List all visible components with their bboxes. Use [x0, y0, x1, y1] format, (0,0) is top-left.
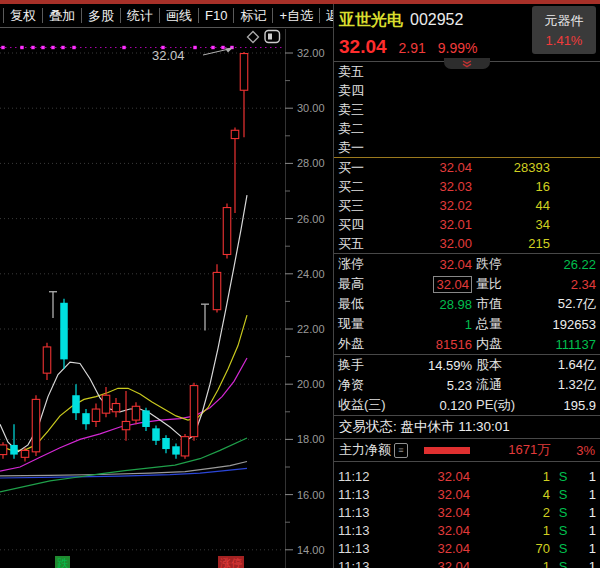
ask-row[interactable]: 卖二	[334, 119, 600, 138]
svg-text:32.00: 32.00	[297, 47, 325, 59]
tick-volume: 1	[470, 523, 550, 538]
book-label: 卖一	[338, 139, 394, 157]
toolbar-item-4[interactable]: 统计	[121, 8, 160, 23]
tick-time: 11:13	[338, 559, 384, 568]
kline-chart[interactable]: 32.0030.0028.0026.0024.0022.0020.0018.00…	[0, 29, 333, 568]
panel-toggle-icon[interactable]	[264, 29, 281, 48]
detail-label: 最低	[338, 295, 396, 313]
detail-label: 净资	[338, 376, 396, 394]
svg-text:22.00: 22.00	[297, 323, 325, 335]
detail-label: 总量	[472, 315, 534, 333]
toolbar-item-3[interactable]: 多股	[82, 8, 121, 23]
sector-badge[interactable]: 元器件 1.41%	[532, 6, 596, 54]
kline-svg: 32.0030.0028.0026.0024.0022.0020.0018.00…	[0, 29, 333, 568]
bid-row[interactable]: 买一32.0428393	[334, 158, 600, 177]
book-label: 卖二	[338, 120, 394, 138]
detail-label: 换手	[338, 356, 396, 374]
main-flow-bar	[424, 447, 470, 454]
bid-row[interactable]: 买四32.0134	[334, 215, 600, 234]
candles	[0, 52, 248, 462]
detail-label: 股本	[472, 356, 534, 374]
bid-list: 买一32.0428393买二32.0316买三32.0244买四32.0134买…	[334, 158, 600, 253]
book-price: 32.03	[394, 179, 472, 194]
book-price: 32.02	[394, 198, 472, 213]
ma-gray	[0, 462, 247, 476]
tick-price: 32.04	[384, 469, 470, 484]
tick-list[interactable]: 11:1232.041S111:1332.044S111:1332.042S11…	[334, 462, 600, 568]
chart-badge: 涨停	[218, 556, 244, 568]
tick-price: 32.04	[384, 487, 470, 502]
tick-time: 11:13	[338, 523, 384, 538]
tick-time: 11:13	[338, 505, 384, 520]
svg-text:26.00: 26.00	[297, 213, 325, 225]
tick-volume: 1	[470, 559, 550, 568]
tick-price: 32.04	[384, 505, 470, 520]
book-volume: 44	[472, 198, 550, 213]
tick-row: 11:1332.041S1	[334, 521, 600, 539]
book-label: 卖五	[338, 63, 394, 81]
app-window: 复权叠加多股统计画线F10标记+自选返回 32.0030.0028.0026.0…	[0, 0, 600, 568]
ask-row[interactable]: 卖三	[334, 100, 600, 119]
detail-value: 1.64亿	[534, 356, 596, 374]
stock-code: 002952	[410, 11, 463, 28]
toolbar-item-2[interactable]: 叠加	[43, 8, 82, 23]
diamond-marker-icon[interactable]	[246, 30, 260, 48]
svg-text:16.00: 16.00	[297, 489, 325, 501]
toolbar-item-5[interactable]: 画线	[160, 8, 199, 23]
main-flow-pct: 3%	[576, 443, 595, 458]
price-change-pct: 9.99%	[438, 40, 478, 56]
tick-volume: 2	[470, 505, 550, 520]
tick-count: 1	[576, 487, 596, 502]
svg-text:24.00: 24.00	[297, 268, 325, 280]
detail-label: 现量	[338, 315, 396, 333]
book-label: 买一	[338, 159, 394, 177]
main-flow-value: 1671万	[508, 441, 550, 459]
tick-direction: S	[550, 469, 576, 484]
toolbar-item-1[interactable]: 复权	[3, 8, 43, 23]
main-flow-row[interactable]: 主力净额 ≡ 1671万 3%	[334, 439, 600, 462]
detail-row: 最高32.04量比2.34	[334, 274, 600, 294]
toolbar-item-6[interactable]: F10	[199, 8, 234, 23]
tick-time: 11:12	[338, 469, 384, 484]
tick-count: 1	[576, 559, 596, 568]
bid-row[interactable]: 买二32.0316	[334, 177, 600, 196]
stock-name: 亚世光电	[339, 11, 403, 28]
svg-text:20.00: 20.00	[297, 378, 325, 390]
limit-up-line	[0, 46, 284, 49]
detail-label: 最高	[338, 275, 396, 293]
tick-direction: S	[550, 541, 576, 556]
book-label: 买三	[338, 197, 394, 215]
detail-value: 32.04	[396, 276, 472, 293]
tick-row: 11:1332.042S1	[334, 503, 600, 521]
ask-row[interactable]: 卖四	[334, 81, 600, 100]
ask-row[interactable]: 卖一	[334, 138, 600, 157]
toolbar-item-7[interactable]: 标记	[234, 8, 273, 23]
detail-list-icon[interactable]: ≡	[394, 443, 408, 458]
book-price: 32.04	[394, 160, 472, 175]
last-price: 32.04	[339, 36, 387, 58]
detail-value: 26.22	[534, 257, 596, 272]
detail-label: 外盘	[338, 335, 396, 353]
main-flow-label: 主力净额	[339, 441, 391, 459]
detail-value: 2.34	[534, 277, 596, 292]
bid-row[interactable]: 买三32.0244	[334, 196, 600, 215]
tick-time: 11:13	[338, 487, 384, 502]
book-volume: 16	[472, 179, 550, 194]
detail-value: 14.59%	[396, 358, 472, 373]
bid-row[interactable]: 买五32.00215	[334, 234, 600, 253]
detail-label: PE(动)	[472, 396, 534, 414]
tick-price: 32.04	[384, 541, 470, 556]
book-volume: 34	[472, 217, 550, 232]
tick-row: 11:1332.041S1	[334, 557, 600, 568]
quote-panel: 亚世光电002952 32.04 2.91 9.99% 元器件 1.41% 卖五…	[334, 4, 600, 568]
toolbar-item-8[interactable]: +自选	[273, 8, 320, 23]
grid: 32.0030.0028.0026.0024.0022.0020.0018.00…	[0, 29, 325, 568]
book-price: 32.01	[394, 217, 472, 232]
toolbar: 复权叠加多股统计画线F10标记+自选返回	[0, 4, 333, 28]
tick-volume: 1	[470, 469, 550, 484]
tick-count: 1	[576, 523, 596, 538]
detail-value: 5.23	[396, 378, 472, 393]
collapse-tab[interactable]	[444, 58, 490, 69]
tick-time: 11:13	[338, 541, 384, 556]
tick-direction: S	[550, 523, 576, 538]
